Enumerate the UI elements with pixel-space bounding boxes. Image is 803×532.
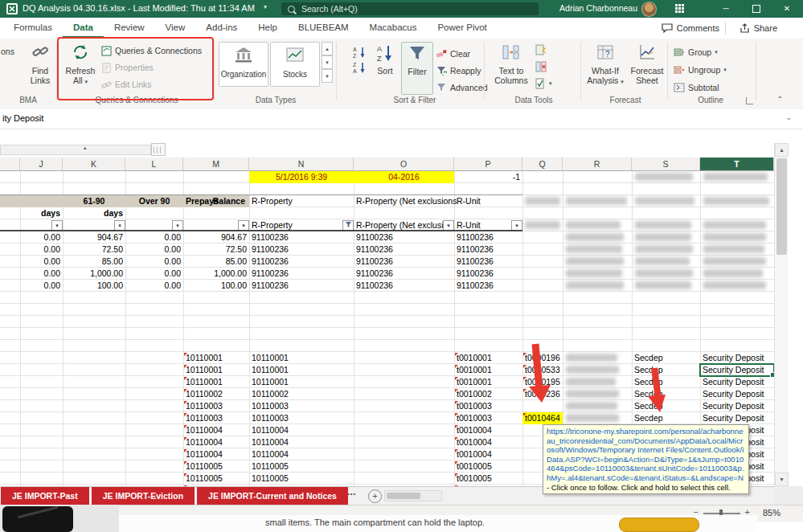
cell-r26-N[interactable]: 10110006 (249, 485, 354, 486)
cell-r23-N[interactable]: 10110004 (249, 448, 354, 460)
cell-r23-P[interactable]: t0010004 (454, 448, 522, 460)
column-header-P[interactable]: P (454, 158, 522, 171)
cell-r5-J[interactable]: 0.00 (20, 231, 63, 243)
cell-r17-S[interactable]: Secdep (632, 376, 700, 388)
cell-r6-P[interactable]: 91100236 (454, 243, 522, 256)
pane-split-handle[interactable] (151, 143, 166, 156)
cell-r22-P[interactable]: t0010004 (454, 436, 522, 448)
cell-r6-M[interactable]: 72.50 (183, 243, 249, 256)
cell-r20-Q[interactable]: t0010464 (522, 412, 563, 424)
ribbon-tab-power-pivot[interactable]: Power Pivot (427, 18, 497, 39)
sort-za-button[interactable]: ZA (351, 60, 369, 76)
ribbon-tab-add-ins[interactable]: Add-ins (195, 18, 248, 39)
text-to-columns-button[interactable]: Text to Columns (492, 42, 531, 93)
cell-r20-N[interactable]: 10110003 (249, 412, 354, 424)
cell-r18-S[interactable]: Secdep (632, 388, 700, 400)
group-button[interactable]: Group ▾ (674, 45, 718, 59)
cell-r20-M[interactable]: 10110003 (183, 412, 249, 424)
cell-r22-N[interactable]: 10110004 (249, 436, 354, 448)
cell-r16-Q[interactable]: t0000533 (522, 364, 563, 376)
clear-button[interactable]: Clear (436, 47, 470, 61)
cell-r15-M[interactable]: 10110001 (183, 352, 249, 364)
data-type-stocks[interactable]: Stocks (270, 42, 320, 87)
cell-r17-N[interactable]: 10110001 (249, 376, 354, 388)
cell-r18-T[interactable]: Security Deposit (700, 388, 774, 400)
ribbon-tab-view[interactable]: View (155, 18, 196, 39)
cell-r5-O[interactable]: 91100236 (354, 231, 454, 243)
column-header-T[interactable]: T (700, 158, 774, 171)
cell-r2-L[interactable]: Over 90 (125, 195, 183, 207)
data-validation-button[interactable]: ▾ (535, 78, 552, 89)
ungroup-button[interactable]: Ungroup ▾ (674, 63, 727, 77)
title-caret-icon[interactable]: ▾ (264, 3, 267, 10)
column-header-K[interactable]: K (63, 158, 125, 171)
cell-r9-O[interactable]: 91100236 (354, 280, 454, 292)
cell-r5-M[interactable]: 904.67 (183, 231, 249, 243)
column-header-R[interactable]: R (563, 158, 632, 171)
what-if-analysis-button[interactable]: ? What-If Analysis ▾ (585, 42, 625, 93)
cell-r18-M[interactable]: 10110002 (183, 388, 249, 400)
overlay-yellow-button[interactable] (619, 518, 699, 532)
cell-r20-T[interactable]: Security Deposit (700, 412, 774, 424)
cell-r24-P[interactable]: t0010005 (454, 460, 522, 473)
cell-r18-P[interactable]: t0010002 (454, 388, 522, 400)
cell-r9-P[interactable]: 91100236 (454, 280, 522, 292)
cell-r2-P[interactable]: R-Unit (454, 195, 522, 207)
minimize-button[interactable]: ─ (713, 0, 739, 18)
cell-r22-M[interactable]: 10110004 (183, 436, 249, 448)
advanced-button[interactable]: Advanced (436, 80, 488, 95)
cell-r6-L[interactable]: 0.00 (125, 243, 183, 256)
cell-r9-N[interactable]: 91100236 (249, 280, 354, 292)
column-header-S[interactable]: S (632, 158, 700, 171)
cell-r6-N[interactable]: 91100236 (249, 243, 354, 256)
sheet-tab-overflow[interactable]: ••• (347, 490, 356, 497)
cell-r15-S[interactable]: Secdep (632, 352, 700, 364)
ribbon-tab-macabacus[interactable]: Macabacus (359, 18, 428, 39)
cell-r9-M[interactable]: 100.00 (183, 280, 249, 292)
column-header-J[interactable]: J (20, 158, 63, 171)
cell-r8-O[interactable]: 91100236 (354, 268, 454, 280)
cell-r18-Q[interactable]: t0000236 (522, 388, 563, 400)
cell-r8-P[interactable]: 91100236 (454, 268, 522, 280)
cell-r7-N[interactable]: 91100236 (249, 256, 354, 268)
cell-r8-L[interactable]: 0.00 (125, 268, 183, 280)
ribbon-tab-review[interactable]: Review (104, 18, 155, 39)
cell-r7-J[interactable]: 0.00 (20, 256, 63, 268)
cell-r7-K[interactable]: 85.00 (63, 256, 125, 268)
ribbon-tab-formulas[interactable]: Formulas (3, 18, 63, 39)
cell-r25-P[interactable]: t0010005 (454, 473, 522, 485)
cell-r2-O[interactable]: R-Property (Net exclusions (354, 195, 454, 207)
data-types-gallery-scroll[interactable]: ▴ ▾ ▾ (322, 42, 333, 85)
gallery-up-button[interactable]: ▴ (322, 42, 333, 55)
cell-r16-S[interactable]: Secdep (632, 364, 700, 376)
cell-r9-K[interactable]: 100.00 (63, 280, 125, 292)
cell-r6-J[interactable]: 0.00 (20, 243, 63, 256)
cell-r19-M[interactable]: 10110003 (183, 400, 249, 412)
cell-r21-P[interactable]: t0010004 (454, 424, 522, 436)
cell-r5-N[interactable]: 91100236 (249, 231, 354, 243)
cell-r16-N[interactable]: 10110001 (249, 364, 354, 376)
column-header-O[interactable]: O (354, 158, 454, 171)
reapply-button[interactable]: Reapply (436, 63, 481, 78)
sheet-tab-je-import-past[interactable]: JE IMPORT-Past (1, 487, 89, 505)
horizontal-scrollbar[interactable] (384, 490, 442, 501)
cell-r8-J[interactable]: 0.00 (20, 268, 63, 280)
forecast-sheet-button[interactable]: Forecast Sheet (629, 42, 666, 93)
sheet-tab-je-import-eviction[interactable]: JE IMPORT-Eviction (92, 487, 195, 505)
cell-r25-M[interactable]: 10110005 (183, 473, 249, 485)
column-header-N[interactable]: N (249, 158, 354, 171)
cell-r15-T[interactable]: Security Deposit (700, 352, 774, 364)
pane-scroll-arrow-icon[interactable]: ▴ (84, 145, 87, 151)
filter-button[interactable]: Filter (401, 42, 433, 95)
collapse-ribbon-button[interactable]: ⌃ (776, 95, 783, 104)
user-name[interactable]: Adrian Charbonneau (559, 3, 637, 13)
column-header-L[interactable]: L (125, 158, 183, 171)
cell-r17-M[interactable]: 10110001 (183, 376, 249, 388)
cell-r3-J[interactable]: days (20, 207, 63, 219)
cell-r9-L[interactable]: 0.00 (125, 280, 183, 292)
column-header-Q[interactable]: Q (522, 158, 563, 171)
sheet-tab-je-import-current-and-notices[interactable]: JE IMPORT-Current and Notices (197, 487, 348, 505)
cell-r8-M[interactable]: 1,000.00 (183, 268, 249, 280)
cell-r15-N[interactable]: 10110001 (249, 352, 354, 364)
cell-r15-P[interactable]: t0010001 (454, 352, 522, 364)
